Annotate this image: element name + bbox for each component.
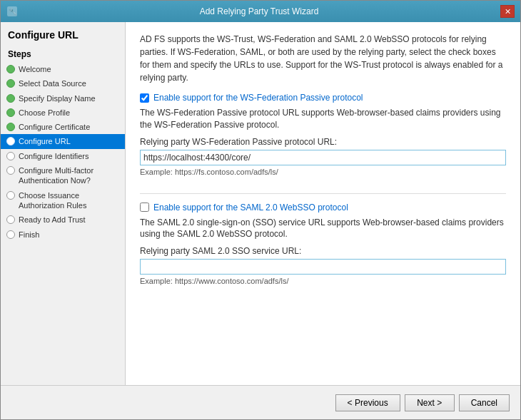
ws-federation-field-label: Relying party WS-Federation Passive prot… (140, 137, 506, 147)
sidebar: Configure URL Steps Welcome Select Data … (1, 22, 126, 385)
step-dot-welcome (6, 65, 15, 73)
sidebar-item-label-ready-to-add: Ready to Add Trust (19, 215, 86, 225)
sidebar-item-choose-issuance[interactable]: Choose Issuance Authorization Rules (1, 188, 125, 213)
page-description: AD FS supports the WS-Trust, WS-Federati… (140, 33, 506, 84)
sidebar-item-choose-profile[interactable]: Choose Profile (1, 106, 125, 120)
sidebar-item-label-welcome: Welcome (19, 64, 51, 74)
close-button[interactable]: ✕ (500, 5, 515, 18)
title-bar: 🔧 Add Relying Party Trust Wizard ✕ (1, 1, 520, 22)
sidebar-item-label-choose-issuance: Choose Issuance Authorization Rules (19, 190, 119, 211)
main-panel: AD FS supports the WS-Trust, WS-Federati… (126, 22, 520, 385)
sidebar-item-specify-display-name[interactable]: Specify Display Name (1, 91, 125, 106)
section-divider (140, 193, 506, 194)
sidebar-item-configure-multifactor[interactable]: Configure Multi-factor Authentication No… (1, 163, 125, 188)
saml-description: The SAML 2.0 single-sign-on (SSO) servic… (140, 217, 506, 241)
sidebar-item-label-configure-certificate: Configure Certificate (19, 122, 90, 132)
ws-federation-checkbox-row: Enable support for the WS-Federation Pas… (140, 93, 506, 103)
next-button[interactable]: Next > (405, 394, 455, 411)
step-dot-choose-profile (6, 108, 15, 117)
step-dot-configure-multifactor (6, 166, 15, 175)
step-dot-ready-to-add (6, 215, 15, 224)
saml-example: Example: https://www.contoso.com/adfs/ls… (140, 277, 506, 285)
ws-federation-section: Enable support for the WS-Federation Pas… (140, 93, 506, 176)
title-bar-icon: 🔧 (6, 6, 18, 17)
step-dot-finish (6, 230, 15, 239)
ws-federation-description: The WS-Federation Passive protocol URL s… (140, 107, 506, 131)
saml-checkbox-label[interactable]: Enable support for the SAML 2.0 WebSSO p… (153, 203, 348, 212)
ws-federation-example: Example: https://fs.contoso.com/adfs/ls/ (140, 168, 506, 176)
previous-button[interactable]: < Previous (335, 394, 400, 411)
steps-label: Steps (1, 46, 125, 62)
saml-section: Enable support for the SAML 2.0 WebSSO p… (140, 203, 506, 286)
sidebar-item-configure-identifiers[interactable]: Configure Identifiers (1, 149, 125, 163)
saml-url-input[interactable] (140, 259, 506, 275)
sidebar-item-configure-url[interactable]: Configure URL (1, 134, 125, 148)
window-title: Add Relying Party Trust Wizard (18, 6, 500, 16)
sidebar-item-select-data-source[interactable]: Select Data Source (1, 76, 125, 91)
saml-checkbox[interactable] (140, 203, 149, 212)
step-dot-specify-display-name (6, 94, 15, 103)
wizard-window: 🔧 Add Relying Party Trust Wizard ✕ Confi… (0, 0, 521, 420)
sidebar-item-label-configure-multifactor: Configure Multi-factor Authentication No… (19, 165, 119, 186)
sidebar-item-label-choose-profile: Choose Profile (19, 108, 70, 118)
sidebar-item-welcome[interactable]: Welcome (1, 62, 125, 76)
step-dot-choose-issuance (6, 191, 15, 200)
sidebar-item-finish[interactable]: Finish (1, 227, 125, 242)
saml-field-label: Relying party SAML 2.0 SSO service URL: (140, 246, 506, 256)
sidebar-item-label-configure-url: Configure URL (19, 136, 71, 146)
sidebar-item-label-specify-display-name: Specify Display Name (19, 93, 96, 103)
ws-federation-checkbox[interactable] (140, 93, 149, 103)
ws-federation-url-input[interactable] (140, 150, 506, 165)
footer: < Previous Next > Cancel (1, 385, 520, 419)
step-dot-configure-identifiers (6, 152, 15, 160)
saml-checkbox-row: Enable support for the SAML 2.0 WebSSO p… (140, 203, 506, 212)
sidebar-item-label-finish: Finish (19, 230, 39, 240)
sidebar-item-label-configure-identifiers: Configure Identifiers (19, 151, 88, 161)
page-title-sidebar: Configure URL (1, 29, 125, 46)
sidebar-item-label-select-data-source: Select Data Source (19, 78, 86, 88)
sidebar-item-ready-to-add[interactable]: Ready to Add Trust (1, 212, 125, 227)
step-dot-configure-certificate (6, 123, 15, 131)
step-dot-configure-url (6, 137, 15, 145)
step-dot-select-data-source (6, 79, 15, 88)
sidebar-item-configure-certificate[interactable]: Configure Certificate (1, 120, 125, 134)
cancel-button[interactable]: Cancel (459, 394, 510, 411)
svg-text:🔧: 🔧 (9, 7, 18, 16)
ws-federation-checkbox-label[interactable]: Enable support for the WS-Federation Pas… (153, 93, 363, 103)
content-area: Configure URL Steps Welcome Select Data … (1, 22, 520, 385)
